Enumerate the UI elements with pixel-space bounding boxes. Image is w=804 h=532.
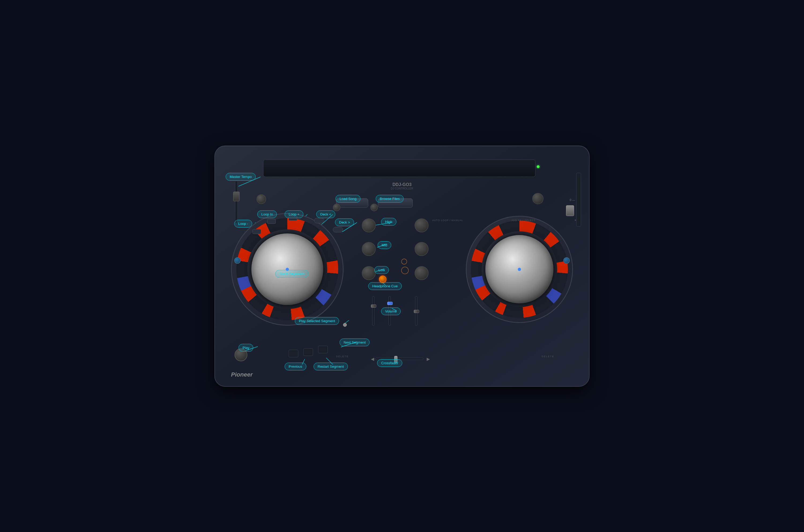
master-volume-slider-track <box>576 173 581 226</box>
dj-controller: Pioneer DDJ-GO3 DJ CONTROLLER <box>214 146 590 387</box>
master-volume-slider-thumb[interactable] <box>566 205 574 216</box>
volume-fader-mid-thumb[interactable] <box>387 302 393 305</box>
svg-line-5 <box>342 223 357 232</box>
right-jog-inner <box>482 231 557 307</box>
previous-annotation: Previous <box>285 363 306 370</box>
low-annotation: Low <box>375 266 389 274</box>
model-label: DDJ-GO3 DJ CONTROLLER <box>391 182 413 190</box>
volume-fader-left-track <box>372 296 375 326</box>
small-knob-left[interactable] <box>256 194 266 204</box>
right-jog-outer <box>466 216 573 323</box>
mid-eq-knob-r[interactable] <box>415 242 428 256</box>
brand-logo: Pioneer <box>231 371 253 378</box>
right-jog-wheel[interactable] <box>466 216 573 323</box>
crossfader-track <box>375 358 423 360</box>
load-song-button[interactable] <box>336 198 368 208</box>
led-indicator <box>537 165 539 168</box>
brown-circle-small <box>401 259 407 265</box>
load-knob[interactable] <box>333 204 340 211</box>
restart-segment-annotation: Restart Segment <box>313 363 348 370</box>
deck-left-annotation: Deck < <box>316 210 335 218</box>
volume-fader-left-thumb[interactable] <box>371 304 376 308</box>
right-top-knob[interactable] <box>532 193 543 204</box>
delete-label-right: DELETE <box>542 355 554 358</box>
loop-plus-button[interactable] <box>289 216 297 221</box>
volume-fader-right-thumb[interactable] <box>414 310 419 313</box>
svg-line-14 <box>376 223 392 225</box>
previous-button[interactable] <box>289 350 298 357</box>
mid-eq-knob[interactable] <box>362 242 376 256</box>
blue-button-right[interactable] <box>563 257 570 264</box>
svg-line-15 <box>377 244 386 247</box>
tempo-slider-track <box>235 181 238 224</box>
display-bar <box>263 159 535 177</box>
right-jog-platter[interactable] <box>485 235 553 303</box>
crossfader-arrow-left: ◀ <box>371 357 374 362</box>
volume-plus-label: + <box>575 218 576 222</box>
loop-minus-button[interactable] <box>252 229 261 234</box>
headphone-cue-annotation: Headphone Cue <box>368 282 402 290</box>
right-jog-center <box>518 268 521 271</box>
svg-line-10 <box>326 358 333 364</box>
play-button[interactable] <box>234 348 247 361</box>
deck-left-button[interactable] <box>314 218 324 223</box>
high-eq-knob[interactable] <box>362 218 376 232</box>
volume-zero-label: 0 — <box>570 198 575 202</box>
mid-annotation: Mid <box>378 241 391 249</box>
volume-fader-mid-track <box>389 296 391 326</box>
brown-circle-indicator <box>401 267 409 274</box>
low-eq-knob[interactable] <box>362 266 376 280</box>
delete-label-left: DELETE <box>336 355 349 358</box>
left-jog-center <box>286 268 289 271</box>
left-jog-wheel[interactable] <box>231 213 344 326</box>
high-eq-knob-r[interactable] <box>415 218 428 232</box>
tempo-slider-thumb[interactable] <box>233 192 240 201</box>
left-jog-segments <box>236 218 339 320</box>
svg-line-8 <box>244 346 258 351</box>
crossfader-arrow-right: ▶ <box>427 357 430 362</box>
restart-segment-button[interactable] <box>303 348 313 356</box>
loop-in-button[interactable] <box>267 219 276 224</box>
svg-line-9 <box>302 359 305 364</box>
svg-line-18 <box>392 308 397 311</box>
deck-right-annotation: Deck > <box>335 218 354 226</box>
crossfader-annotation: Crossfader <box>377 359 402 367</box>
high-annotation: High <box>381 218 396 226</box>
headphone-cue-button[interactable] <box>379 276 386 283</box>
crossfader-thumb[interactable] <box>394 356 398 362</box>
next-segment-annotation: Next Segment <box>340 339 369 346</box>
left-jog-platter[interactable] <box>251 233 323 305</box>
jog-fx-label: JOG FX / SELECT <box>511 219 535 222</box>
blue-button-left[interactable] <box>234 257 241 264</box>
low-eq-knob-r[interactable] <box>415 266 428 280</box>
browse-files-button[interactable] <box>378 198 413 208</box>
left-jog-inner <box>247 229 327 309</box>
deck-right-button[interactable] <box>333 227 343 232</box>
volume-annotation: Volume <box>381 307 401 315</box>
browse-knob[interactable] <box>370 204 378 211</box>
master-tempo-slider-area <box>226 173 247 226</box>
right-jog-segments <box>471 221 568 318</box>
volume-fader-right-track <box>415 296 417 326</box>
play-selected-button[interactable] <box>343 323 347 327</box>
svg-line-16 <box>376 269 384 271</box>
svg-line-11 <box>341 342 357 347</box>
auto-loop-label: AUTO LOOP / MANUAL <box>432 219 463 222</box>
next-segment-button[interactable] <box>318 346 328 353</box>
left-jog-outer <box>231 213 344 326</box>
